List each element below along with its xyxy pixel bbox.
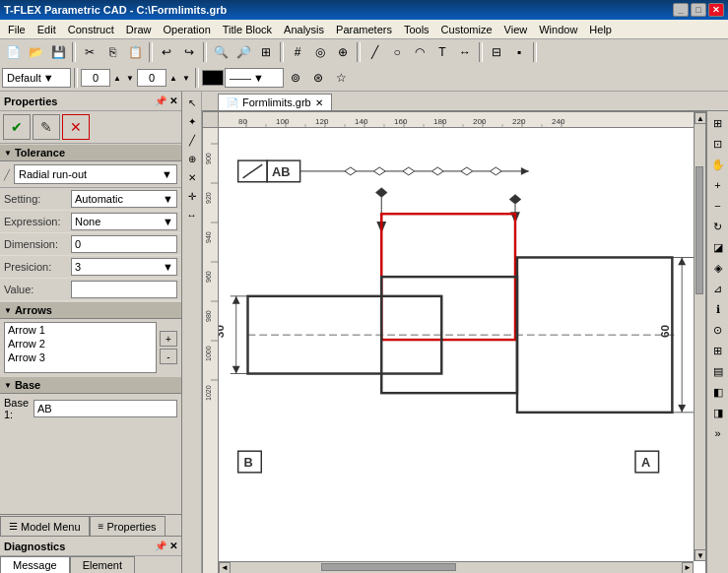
base-section-header[interactable]: ▼ Base <box>0 376 181 394</box>
copy-icon[interactable]: ⎘ <box>101 41 123 63</box>
cancel-button[interactable]: ✕ <box>62 114 90 140</box>
menu-help[interactable]: Help <box>583 22 618 37</box>
scrollbar-horizontal[interactable]: ◄ ► <box>219 561 694 573</box>
dimension-input[interactable] <box>71 235 177 253</box>
rt-zoom-in-icon[interactable]: + <box>708 175 728 195</box>
color-picker[interactable] <box>202 70 224 86</box>
minimize-button[interactable]: _ <box>673 3 689 17</box>
rt-rotate-icon[interactable]: ↻ <box>708 217 728 236</box>
panel-header-controls[interactable]: 📌 ✕ <box>155 96 177 106</box>
zoom-in-icon[interactable]: 🔍 <box>210 41 232 63</box>
val1-input[interactable] <box>81 69 110 87</box>
layer-dropdown[interactable]: Default ▼ <box>2 68 71 88</box>
snap-icon[interactable]: ◎ <box>309 41 331 63</box>
val2-down[interactable]: ▼ <box>180 67 192 89</box>
setting-dropdown[interactable]: Automatic ▼ <box>71 190 177 208</box>
fill-icon[interactable]: ▪ <box>508 41 530 63</box>
arrow-item-2[interactable]: Arrow 2 <box>5 337 156 350</box>
menu-file[interactable]: File <box>2 22 32 37</box>
tab-properties[interactable]: ≡ Properties <box>90 516 165 536</box>
arrow-item-3[interactable]: Arrow 3 <box>5 350 156 364</box>
rt-extra3-icon[interactable]: » <box>708 423 728 443</box>
rt-snap-icon[interactable]: ⊙ <box>708 320 728 340</box>
diag-controls[interactable]: 📌 ✕ <box>155 541 177 551</box>
lt-move-icon[interactable]: ✛ <box>183 187 201 205</box>
rt-properties-icon[interactable]: ℹ <box>708 299 728 319</box>
undo-icon[interactable]: ↩ <box>156 41 177 63</box>
val2-up[interactable]: ▲ <box>167 67 179 89</box>
tolerance-type-dropdown[interactable]: Radial run-out ▼ <box>14 164 177 184</box>
linetype-dropdown[interactable]: —— ▼ <box>225 68 284 88</box>
line-icon[interactable]: ╱ <box>364 41 385 63</box>
cut-icon[interactable]: ✂ <box>79 41 100 63</box>
menu-tools[interactable]: Tools <box>398 22 435 37</box>
scrollbar-vertical[interactable]: ▲ ▼ <box>694 112 705 561</box>
close-panel-icon[interactable]: ✕ <box>169 96 177 106</box>
scroll-v-track[interactable] <box>695 124 705 549</box>
scroll-v-thumb[interactable] <box>695 166 703 294</box>
save-icon[interactable]: 💾 <box>47 41 69 63</box>
base1-input[interactable] <box>33 400 177 417</box>
drawing-area[interactable]: AB <box>219 128 694 561</box>
menu-customize[interactable]: Customize <box>435 22 498 37</box>
scroll-h-track[interactable] <box>231 562 682 573</box>
diag-tab-element[interactable]: Element <box>70 556 135 573</box>
menu-view[interactable]: View <box>498 22 534 37</box>
rt-3d-icon[interactable]: ◪ <box>708 237 728 257</box>
arrows-listbox[interactable]: Arrow 1 Arrow 2 Arrow 3 <box>4 322 157 373</box>
lt-select-icon[interactable]: ↖ <box>183 94 201 111</box>
menu-parameters[interactable]: Parameters <box>330 22 398 37</box>
scroll-down-button[interactable]: ▼ <box>695 549 706 561</box>
tolerance-section-header[interactable]: ▼ Tolerance <box>0 144 181 161</box>
zoom-out-icon[interactable]: 🔎 <box>232 41 254 63</box>
open-icon[interactable]: 📂 <box>25 41 46 63</box>
tab-model-menu[interactable]: ☰ Model Menu <box>0 516 90 536</box>
extra-btn3[interactable]: ☆ <box>330 67 352 89</box>
apply-button[interactable]: ✔ <box>3 114 31 140</box>
menu-operation[interactable]: Operation <box>157 22 216 37</box>
lt-dim-icon[interactable]: ↔ <box>183 206 201 223</box>
maximize-button[interactable]: □ <box>691 3 706 17</box>
new-icon[interactable]: 📄 <box>2 41 24 63</box>
scroll-h-thumb[interactable] <box>321 563 456 571</box>
edit-button[interactable]: ✎ <box>33 114 60 140</box>
redo-icon[interactable]: ↪ <box>178 41 200 63</box>
menu-window[interactable]: Window <box>533 22 583 37</box>
diag-tab-message[interactable]: Message <box>0 556 70 573</box>
grid-icon[interactable]: # <box>287 41 308 63</box>
text-icon[interactable]: T <box>431 41 453 63</box>
dim-icon[interactable]: ↔ <box>454 41 476 63</box>
expression-dropdown[interactable]: None ▼ <box>71 213 177 230</box>
lt-line2-icon[interactable]: ╱ <box>183 131 201 149</box>
scroll-up-button[interactable]: ▲ <box>695 112 706 124</box>
rt-measure-icon[interactable]: ⊿ <box>708 279 728 298</box>
val1-down[interactable]: ▼ <box>124 67 136 89</box>
hatching-icon[interactable]: ⊟ <box>486 41 507 63</box>
diag-close-icon[interactable]: ✕ <box>169 541 177 551</box>
ortho-icon[interactable]: ⊕ <box>332 41 354 63</box>
menu-draw[interactable]: Draw <box>120 22 158 37</box>
circle-icon[interactable]: ○ <box>386 41 408 63</box>
rt-pan-icon[interactable]: ✋ <box>708 155 728 174</box>
close-button[interactable]: ✕ <box>708 3 724 17</box>
zoom-fit-icon[interactable]: ⊞ <box>255 41 277 63</box>
arrow-item-1[interactable]: Arrow 1 <box>5 323 156 337</box>
canvas-tab-close-btn[interactable]: ✕ <box>315 97 323 108</box>
rt-layer-icon[interactable]: ▤ <box>708 361 728 381</box>
rt-render-icon[interactable]: ◈ <box>708 258 728 278</box>
extra-btn1[interactable]: ⊚ <box>285 67 306 89</box>
menu-edit[interactable]: Edit <box>32 22 62 37</box>
arrows-section-header[interactable]: ▼ Arrows <box>0 301 181 319</box>
menu-analysis[interactable]: Analysis <box>278 22 330 37</box>
rt-zoom-all-icon[interactable]: ⊡ <box>708 134 728 154</box>
scroll-left-button[interactable]: ◄ <box>219 562 231 574</box>
rt-zoom-window-icon[interactable]: ⊞ <box>708 113 728 133</box>
window-controls[interactable]: _ □ ✕ <box>673 3 724 17</box>
menu-construct[interactable]: Construct <box>62 22 120 37</box>
lt-close-icon[interactable]: ✕ <box>183 168 201 186</box>
scroll-right-button[interactable]: ► <box>682 562 694 574</box>
val2-input[interactable] <box>137 69 166 87</box>
remove-arrow-button[interactable]: - <box>160 349 177 364</box>
add-arrow-button[interactable]: + <box>160 331 177 347</box>
lt-node-icon[interactable]: ✦ <box>183 112 201 130</box>
